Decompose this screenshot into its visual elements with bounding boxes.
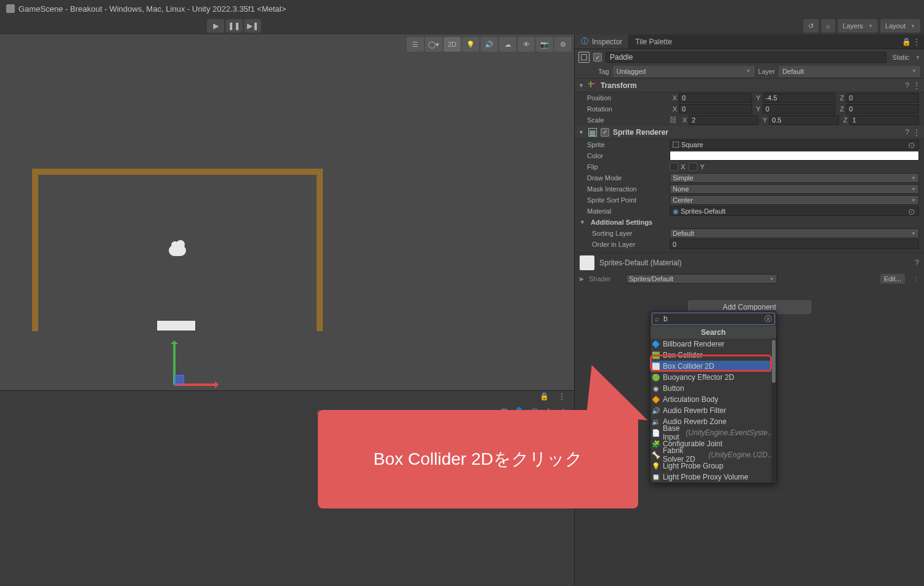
menu-icon[interactable]: ⋮	[913, 128, 920, 137]
component-result-item[interactable]: 📄Base Input (UnityEngine.EventSyste…	[650, 427, 776, 438]
component-label: Articulation Body	[663, 395, 718, 404]
sprite-field[interactable]: Square⊙	[670, 140, 919, 150]
orbit-icon[interactable]: ◯▾	[425, 37, 442, 52]
scale-y-field[interactable]: 0.5	[769, 115, 838, 125]
constrain-icon[interactable]: ⛓	[670, 116, 677, 124]
component-result-item[interactable]: 🟩Box Collider	[650, 350, 776, 361]
transform-component-header[interactable]: ▼ Transform ?⋮	[575, 79, 924, 92]
component-result-item[interactable]: ◉Button	[650, 383, 776, 394]
component-result-item[interactable]: 🔶Articulation Body	[650, 394, 776, 405]
tab-tile-palette[interactable]: Tile Palette	[629, 34, 679, 49]
fold-icon[interactable]: ▼	[578, 129, 585, 135]
rotation-y-field[interactable]: 0	[763, 104, 836, 114]
component-search-results: 🔷Billboard Renderer🟩Box Collider⬜Box Col…	[650, 339, 776, 483]
help-icon[interactable]: ?	[905, 81, 909, 90]
gizmo-visibility-icon[interactable]: 👁	[517, 37, 535, 52]
position-y-field[interactable]: -4.5	[763, 93, 836, 103]
flip-y-checkbox[interactable]	[689, 163, 697, 171]
menu-icon[interactable]: ⋮	[913, 81, 920, 90]
gameobject-header: ✓ Paddle Static ▼	[575, 49, 924, 65]
scene-viewport-area[interactable]: ⋮ ☰ ◯▾ 2D 💡 🔊 ☁ 👁 📷 ⚙	[0, 34, 574, 390]
component-result-item[interactable]: 🔷Billboard Renderer	[650, 339, 776, 350]
flip-x-checkbox[interactable]	[670, 163, 678, 171]
help-icon[interactable]: ?	[905, 128, 909, 137]
component-result-item[interactable]: 🔊Audio Reverb Filter	[650, 405, 776, 416]
gameobject-icon[interactable]	[578, 52, 590, 63]
position-x-field[interactable]: 0	[679, 93, 752, 103]
paddle-sprite[interactable]	[156, 320, 196, 331]
search-heading: Search	[650, 326, 776, 339]
fold-icon[interactable]: ▼	[578, 82, 585, 89]
transform-icon	[588, 81, 597, 90]
position-z-field[interactable]: 0	[846, 93, 919, 103]
material-block[interactable]: Sprites-Default (Material) ?	[575, 252, 924, 272]
sprite-renderer-header[interactable]: ▼ ▦ ✓ Sprite Renderer ?⋮	[575, 126, 924, 139]
dropdown-icon[interactable]: ☰	[407, 37, 424, 52]
sort-point-dropdown[interactable]: Center▼	[670, 195, 919, 205]
component-type-icon: ⬜	[652, 362, 660, 371]
panel-lock-icons[interactable]: 🔒 ⋮	[540, 392, 569, 401]
pause-button[interactable]: ❚❚	[225, 19, 243, 33]
component-result-item[interactable]: 🦴Fabrik Solver 2D (UnityEngine.U2D…	[650, 449, 776, 460]
component-type-icon: 🔉	[652, 417, 660, 426]
material-swatch	[580, 255, 594, 270]
layout-dropdown[interactable]: Layout▼	[880, 19, 920, 33]
mask-interaction-dropdown[interactable]: None▼	[670, 184, 919, 194]
info-icon: ⓘ	[581, 36, 588, 47]
tab-inspector[interactable]: ⓘInspector	[575, 34, 629, 49]
draw-mode-dropdown[interactable]: Simple▼	[670, 173, 919, 183]
component-label: Fabrik Solver 2D	[663, 446, 706, 464]
mode-2d-toggle[interactable]: 2D	[444, 37, 461, 52]
component-type-icon: 📄	[652, 428, 660, 437]
sorting-layer-dropdown[interactable]: Default▼	[670, 228, 919, 238]
enabled-checkbox[interactable]: ✓	[601, 128, 609, 137]
inspector-lock-icon[interactable]: 🔒 ⋮	[898, 34, 924, 49]
component-result-item[interactable]: 🔲Light Probe Proxy Volume	[650, 472, 776, 483]
expand-icon[interactable]: ▶	[580, 276, 584, 282]
top-right-controls: ↺ ⌕ Layers▼ Layout▼	[803, 19, 920, 33]
order-in-layer-field[interactable]: 0	[670, 239, 919, 249]
component-type-icon: 🔷	[652, 340, 660, 348]
scale-x-field[interactable]: 2	[689, 115, 758, 125]
rotation-z-field[interactable]: 0	[846, 104, 919, 114]
menu-icon[interactable]: ⋮	[912, 275, 919, 283]
scale-z-field[interactable]: 1	[849, 115, 919, 125]
fold-icon[interactable]: ▼	[580, 219, 587, 225]
component-result-item[interactable]: ⬜Box Collider 2D	[650, 361, 776, 372]
search-global-icon[interactable]: ⌕	[821, 19, 835, 33]
clear-icon[interactable]: ⓧ	[764, 314, 772, 324]
gameobject-name-field[interactable]: Paddle	[606, 52, 886, 63]
static-dropdown-icon[interactable]: ▼	[915, 55, 920, 60]
help-icon[interactable]: ?	[915, 259, 919, 267]
light-icon[interactable]: 💡	[462, 37, 479, 52]
scrollbar[interactable]	[771, 339, 776, 483]
shader-dropdown[interactable]: Sprites/Default▼	[626, 274, 777, 284]
step-button[interactable]: ▶❚	[244, 19, 261, 33]
undo-history-icon[interactable]: ↺	[803, 19, 819, 33]
gizmos-toggle-icon[interactable]: ⚙	[554, 37, 572, 52]
color-field[interactable]: ✎	[670, 151, 919, 161]
component-type-icon: 🔲	[652, 473, 660, 481]
static-label[interactable]: Static	[890, 54, 912, 61]
camera-icon[interactable]: 📷	[536, 37, 553, 52]
camera-gizmo-icon[interactable]	[169, 245, 186, 256]
rotation-x-field[interactable]: 0	[679, 104, 752, 114]
layer-dropdown[interactable]: Default▼	[779, 66, 920, 77]
layer-label: Layer	[758, 68, 776, 75]
play-button[interactable]: ▶	[207, 19, 224, 33]
component-result-item[interactable]: 🟢Buoyancy Effector 2D	[650, 372, 776, 383]
play-controls: ▶ ❚❚ ▶❚	[207, 19, 261, 33]
fx-icon[interactable]: ☁	[499, 37, 516, 52]
material-field[interactable]: ◉ Sprites-Default⊙	[670, 206, 919, 216]
component-type-icon: 🦴	[652, 451, 660, 459]
add-component-search-popup: ⓧ Search 🔷Billboard Renderer🟩Box Collide…	[650, 311, 777, 483]
gizmo-xy-plane[interactable]	[174, 375, 184, 385]
layers-dropdown[interactable]: Layers▼	[838, 19, 878, 33]
component-search-field[interactable]: ⓧ	[652, 313, 775, 325]
tag-dropdown[interactable]: Untagged▼	[613, 66, 755, 77]
active-checkbox[interactable]: ✓	[593, 53, 602, 62]
scene-toolbar: ☰ ◯▾ 2D 💡 🔊 ☁ 👁 📷 ⚙	[407, 37, 572, 52]
audio-icon[interactable]: 🔊	[480, 37, 498, 52]
edit-button[interactable]: Edit...	[880, 274, 905, 284]
component-result-item[interactable]: 💡Light Probe Group	[650, 460, 776, 472]
